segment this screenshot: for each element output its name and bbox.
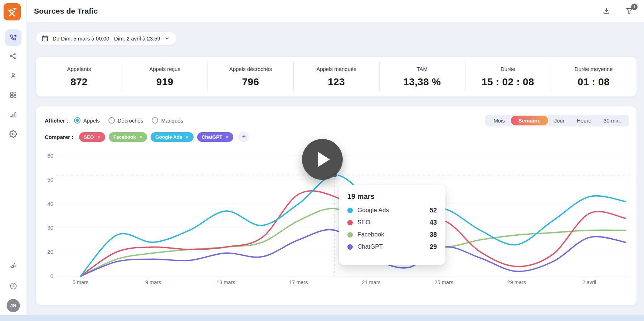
- date-range-label: Du Dim. 5 mars à 00:00 - Dim. 2 avril à …: [53, 35, 160, 42]
- close-icon[interactable]: ✕: [185, 135, 189, 139]
- user-avatar[interactable]: JN: [7, 299, 20, 312]
- stat-cell: Durée15 : 02 : 08: [465, 57, 551, 96]
- help-circle-icon: ?: [9, 282, 18, 290]
- svg-text:29 mars: 29 mars: [507, 279, 526, 285]
- filter-button[interactable]: 1: [623, 5, 635, 17]
- sidebar-item-calls[interactable]: [5, 29, 21, 46]
- share-nodes-icon: [9, 52, 17, 60]
- svg-text:20: 20: [47, 249, 53, 255]
- tooltip-row: SEO43: [347, 216, 437, 229]
- svg-text:40: 40: [47, 201, 53, 207]
- main-content: Du Dim. 5 mars à 00:00 - Dim. 2 avril à …: [27, 22, 644, 321]
- sidebar-item-announcements[interactable]: [5, 258, 21, 274]
- sidebar-item-apps[interactable]: [5, 87, 21, 103]
- app-logo[interactable]: [4, 3, 21, 20]
- svg-text:0: 0: [50, 273, 53, 279]
- tag-label: Facebook: [113, 134, 136, 140]
- stat-label: Appelants: [67, 66, 91, 72]
- add-comparison-button[interactable]: +: [238, 131, 249, 142]
- sidebar-item-routing[interactable]: [5, 48, 21, 64]
- date-range-picker[interactable]: Du Dim. 5 mars à 00:00 - Dim. 2 avril à …: [36, 32, 177, 45]
- sidebar-item-help[interactable]: ?: [5, 278, 21, 294]
- chart-tooltip: 19 mars Google Ads52SEO43Facebook38ChatG…: [339, 185, 445, 265]
- user-icon: [9, 72, 17, 80]
- stat-value: 123: [328, 76, 345, 88]
- radio-icon: [108, 117, 115, 124]
- series-color-dot: [347, 232, 353, 238]
- stat-label: Durée moyenne: [575, 66, 613, 72]
- tab-jour[interactable]: Jour: [548, 116, 571, 125]
- tab-mois[interactable]: Mois: [487, 116, 511, 125]
- bar-chart-icon: [9, 111, 17, 119]
- series-color-dot: [347, 244, 353, 250]
- grid-icon: [9, 91, 17, 99]
- radio-group: AppelsDécrochésManqués: [74, 117, 183, 124]
- sidebar-item-analytics[interactable]: [5, 106, 21, 123]
- download-icon: [602, 7, 611, 15]
- tag-label: Google Ads: [155, 134, 182, 140]
- tags-wrap: SEO✕Facebook✕Google Ads✕ChatGPT✕: [79, 132, 237, 142]
- chart-controls-row: Afficher : AppelsDécrochésManqués MoisSe…: [45, 114, 629, 126]
- tooltip-series-name: ChatGPT: [357, 243, 425, 250]
- svg-text:25 mars: 25 mars: [435, 279, 453, 285]
- tooltip-row: Facebook38: [347, 229, 437, 241]
- radio-option-appels[interactable]: Appels: [74, 117, 100, 124]
- comparison-tag-chatgpt[interactable]: ChatGPT✕: [197, 132, 234, 142]
- calendar-icon: [41, 35, 49, 42]
- series-color-dot: [347, 220, 353, 225]
- plus-icon: +: [242, 133, 246, 141]
- comparer-label: Comparer :: [45, 134, 73, 140]
- radio-icon: [152, 117, 158, 124]
- afficher-label: Afficher :: [45, 118, 68, 124]
- tab-30-min-[interactable]: 30 min.: [597, 116, 627, 125]
- comparison-tag-google-ads[interactable]: Google Ads✕: [151, 132, 193, 142]
- stat-cell: Durée moyenne01 : 08: [551, 57, 636, 96]
- close-icon[interactable]: ✕: [139, 135, 142, 139]
- tooltip-series-value: 52: [430, 207, 437, 214]
- download-button[interactable]: [600, 5, 613, 17]
- stat-label: TAM: [416, 66, 428, 72]
- tooltip-series-name: SEO: [357, 219, 425, 226]
- stat-value: 796: [242, 76, 259, 88]
- play-icon: [318, 152, 330, 167]
- stat-value: 919: [156, 76, 174, 88]
- tooltip-series-name: Google Ads: [357, 207, 425, 214]
- compare-row: Comparer : SEO✕Facebook✕Google Ads✕ChatG…: [45, 131, 249, 142]
- tab-heure[interactable]: Heure: [571, 116, 597, 125]
- stat-value: 13,38 %: [403, 76, 441, 88]
- close-icon[interactable]: ✕: [97, 135, 101, 139]
- video-play-button[interactable]: [302, 139, 343, 180]
- tooltip-series-value: 29: [430, 243, 437, 251]
- stats-card: Appelants872Appels reçus919Appels décroc…: [36, 57, 637, 97]
- svg-text:5 mars: 5 mars: [73, 279, 88, 285]
- svg-text:50: 50: [47, 177, 53, 183]
- comparison-tag-facebook[interactable]: Facebook✕: [109, 132, 147, 142]
- series-color-dot: [347, 208, 353, 213]
- svg-text:17 mars: 17 mars: [289, 279, 308, 285]
- radio-label: Appels: [83, 118, 100, 124]
- svg-text:60: 60: [47, 153, 53, 159]
- radio-option-décrochés[interactable]: Décrochés: [108, 117, 143, 124]
- stat-cell: Appels reçus919: [122, 57, 208, 96]
- svg-text:9 mars: 9 mars: [145, 279, 161, 285]
- bottom-strip: [0, 315, 644, 321]
- page-title: Sources de Trafic: [34, 7, 98, 15]
- chevron-down-icon: [164, 35, 170, 41]
- radio-option-manqués[interactable]: Manqués: [152, 117, 183, 124]
- radio-icon: [74, 117, 80, 124]
- sidebar-item-settings[interactable]: [5, 126, 21, 142]
- stat-label: Appels reçus: [149, 66, 180, 72]
- tooltip-series-value: 43: [430, 219, 437, 226]
- stat-cell: TAM13,38 %: [379, 57, 465, 96]
- tab-semaine[interactable]: Semaine: [511, 116, 548, 125]
- period-tabs: MoisSemaineJourHeure30 min.: [485, 115, 629, 126]
- stat-value: 15 : 02 : 08: [482, 76, 534, 88]
- stat-cell: Appelants872: [36, 57, 122, 96]
- svg-text:21 mars: 21 mars: [362, 279, 380, 285]
- sidebar-item-contacts[interactable]: [5, 67, 21, 84]
- header: Sources de Trafic 1: [27, 0, 644, 22]
- comparison-tag-seo[interactable]: SEO✕: [79, 132, 105, 142]
- tooltip-series-value: 38: [430, 231, 437, 239]
- header-actions: 1: [600, 5, 635, 17]
- close-icon[interactable]: ✕: [225, 135, 229, 139]
